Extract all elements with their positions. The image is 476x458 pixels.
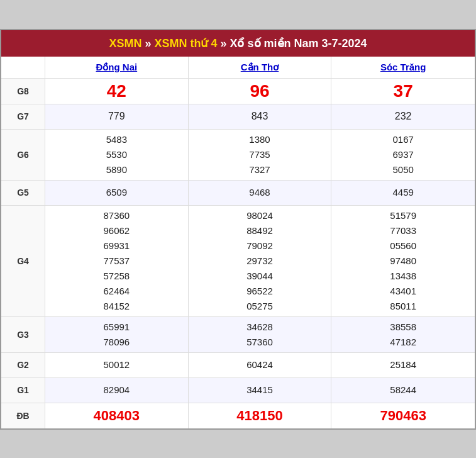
g6-d3-v3: 5050 [392,162,413,177]
g4-d2-v1: 98024 [246,208,273,223]
empty-header-cell [1,57,45,78]
g4-d2-v2: 88492 [246,223,273,238]
label-g8: G8 [1,79,45,104]
g1-d3-value: 58244 [390,383,416,398]
g4-d3-v1: 51579 [390,208,416,223]
g4-d1-v3: 69931 [103,238,130,254]
g7-d2-value: 843 [252,108,268,125]
xsmn-link2[interactable]: XSMN thứ 4 [154,37,217,50]
g7-d3-value: 232 [395,108,412,125]
g1-d1-value: 82904 [103,383,130,398]
col-header-can-tho[interactable]: Cần Thơ [189,57,332,78]
g4-soc-trang: 51579 77033 05560 97480 13438 43401 8501… [331,206,475,316]
g4-d3-v3: 05560 [390,238,416,254]
g7-can-tho: 843 [189,104,332,129]
g4-d3-v7: 85011 [390,299,416,314]
g1-d2-value: 34415 [246,383,273,398]
g4-d1-v6: 62464 [103,284,130,299]
g6-d2-v3: 7327 [249,162,270,177]
g3-d1-v1: 65991 [103,320,130,335]
xsmn-link1[interactable]: XSMN [109,37,141,50]
db-d2-value: 418150 [236,408,282,424]
g6-d2-v2: 7735 [249,147,270,162]
lottery-title: Xổ số miền Nam 3-7-2024 [230,37,367,50]
g3-dong-nai: 65991 78096 [45,317,189,352]
g4-d1-v1: 87360 [103,208,130,223]
row-g8: G8 42 96 37 [1,79,475,104]
g4-d3-v2: 77033 [390,223,416,238]
row-g7: G7 779 843 232 [1,104,475,130]
db-d3-value: 790463 [380,408,426,424]
label-g2: G2 [1,353,45,377]
g6-can-tho: 1380 7735 7327 [189,130,332,180]
g2-can-tho: 60424 [189,353,332,377]
g8-can-tho: 96 [189,79,332,104]
row-g4: G4 87360 96062 69931 77537 57258 62464 8… [1,206,475,317]
g3-d3-v2: 47182 [390,335,416,350]
g5-d1-value: 6509 [106,185,127,200]
g3-can-tho: 34628 57360 [189,317,332,352]
db-d1-value: 408403 [94,408,140,424]
g2-dong-nai: 50012 [45,353,189,377]
column-headers: Đồng Nai Cần Thơ Sóc Trăng [1,57,475,79]
g8-dong-nai: 42 [45,79,189,104]
label-db: ĐB [1,403,45,428]
g1-can-tho: 34415 [189,378,332,403]
g6-soc-trang: 0167 6937 5050 [331,130,475,180]
g4-d2-v6: 96522 [246,284,273,299]
g4-d1-v4: 77537 [103,254,130,269]
g5-dong-nai: 6509 [45,181,189,205]
row-g3: G3 65991 78096 34628 57360 38558 47182 [1,317,475,353]
label-g3: G3 [1,317,45,352]
label-g7: G7 [1,104,45,129]
g1-dong-nai: 82904 [45,378,189,403]
arrow1: » [141,37,154,50]
g3-soc-trang: 38558 47182 [331,317,475,352]
label-g6: G6 [1,130,45,180]
g3-d3-v1: 38558 [390,320,416,335]
g2-d2-value: 60424 [246,357,273,372]
col-header-soc-trang[interactable]: Sóc Trăng [331,57,475,78]
g4-d1-v2: 96062 [103,223,130,238]
row-g2: G2 50012 60424 25184 [1,353,475,378]
g4-d1-v7: 84152 [103,299,130,314]
g4-dong-nai: 87360 96062 69931 77537 57258 62464 8415… [45,206,189,316]
g6-d2-v1: 1380 [249,132,270,147]
db-soc-trang: 790463 [331,403,475,428]
page-header: XSMN » XSMN thứ 4 » Xổ số miền Nam 3-7-2… [1,30,475,57]
g4-d3-v5: 13438 [390,269,416,284]
g4-d3-v4: 97480 [390,254,416,269]
g8-d3-value: 37 [394,81,413,101]
db-dong-nai: 408403 [45,403,189,428]
label-g1: G1 [1,378,45,403]
g8-soc-trang: 37 [331,79,475,104]
row-g6: G6 5483 5530 5890 1380 7735 7327 0167 69… [1,130,475,181]
g3-d1-v2: 78096 [103,335,130,350]
col-header-dong-nai[interactable]: Đồng Nai [45,57,189,78]
lottery-table: XSMN » XSMN thứ 4 » Xổ số miền Nam 3-7-2… [0,29,476,430]
g8-d2-value: 96 [250,81,269,101]
g4-d2-v4: 29732 [246,254,273,269]
g4-d1-v5: 57258 [103,269,130,284]
g6-d1-v2: 5530 [106,147,127,162]
g6-d1-v3: 5890 [106,162,127,177]
g5-can-tho: 9468 [189,181,332,205]
g6-d3-v1: 0167 [392,132,413,147]
g1-soc-trang: 58244 [331,378,475,403]
g4-d3-v6: 43401 [390,284,416,299]
g3-d2-v1: 34628 [246,320,273,335]
g7-d1-value: 779 [108,108,125,125]
row-db: ĐB 408403 418150 790463 [1,403,475,428]
g7-soc-trang: 232 [331,104,475,129]
g4-can-tho: 98024 88492 79092 29732 39044 96522 0527… [189,206,332,316]
g4-d2-v3: 79092 [246,238,273,254]
g4-d2-v5: 39044 [246,269,273,284]
g2-d3-value: 25184 [390,357,416,372]
g7-dong-nai: 779 [45,104,189,129]
g8-d1-value: 42 [107,81,126,101]
db-can-tho: 418150 [189,403,332,428]
g6-d3-v2: 6937 [392,147,413,162]
g6-dong-nai: 5483 5530 5890 [45,130,189,180]
row-g1: G1 82904 34415 58244 [1,378,475,403]
label-g4: G4 [1,206,45,316]
